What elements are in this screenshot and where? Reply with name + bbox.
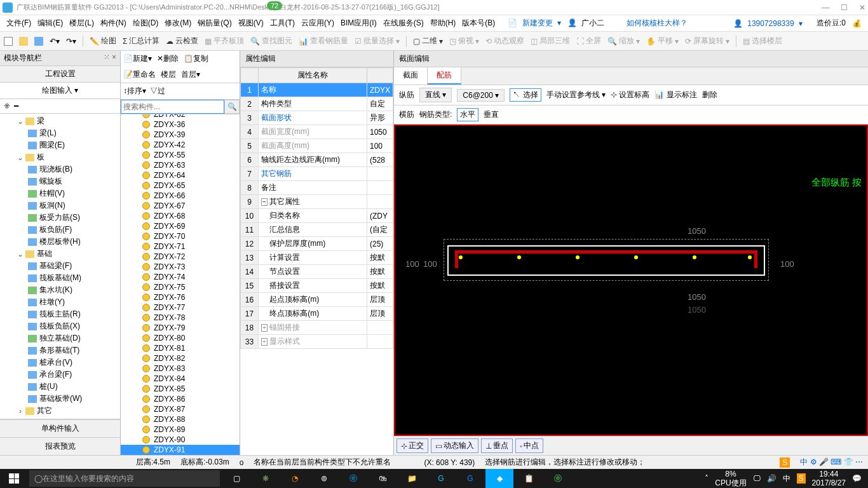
list-item[interactable]: ZDYX-77 [121,302,240,313]
tree-lxb[interactable]: 螺旋板 [0,175,120,187]
prop-row[interactable]: 13 计算设置按默 [241,251,393,265]
list-item[interactable]: ZDYX-39 [121,130,240,140]
menu-floor[interactable]: 楼层(L) [67,17,97,30]
tray-up-icon[interactable]: ˄ [705,474,709,483]
list-item[interactable]: ZDYX-82 [121,353,240,363]
prop-row[interactable]: 15 搭接设置按默 [241,279,393,293]
tree-dljc[interactable]: 独立基础(D) [0,332,120,344]
filter-button[interactable]: ▽过 [150,86,165,97]
prop-row[interactable]: 8备注 [241,181,393,195]
tb-full[interactable]: ⛶ 全屏 [576,36,601,46]
set-elev[interactable]: ⊹ 设置标高 [611,90,649,100]
tree-zd[interactable]: 柱墩(Y) [0,296,120,308]
tb-view-rebar[interactable]: 📊 查看钢筋量 [299,36,348,46]
expand-icon[interactable]: ⁜ [4,102,10,111]
app-edge[interactable]: ⓔ [339,469,367,488]
minimize-button[interactable]: — [822,3,829,12]
menu-draw[interactable]: 绘图(D) [130,17,161,30]
list-item[interactable]: ZDYX-86 [121,394,240,404]
menu-help[interactable]: 帮助(H) [428,17,459,30]
list-item[interactable]: ZDYX-55 [121,150,240,160]
tb-zoom[interactable]: 🔍 缩放 ▾ [607,36,640,46]
new-icon[interactable] [4,37,13,46]
tb-flat[interactable]: ▦ 平齐板顶 [205,36,244,46]
single-input-button[interactable]: 单构件输入 [0,419,120,437]
tb-sum[interactable]: Σ 汇总计算 [123,36,159,46]
prop-row[interactable]: 3截面形状异形 [241,111,393,125]
prop-row[interactable]: 9− 其它属性 [241,195,393,209]
tree-fbzj[interactable]: 筏板主筋(R) [0,308,120,320]
app-8[interactable]: 📋 [515,469,543,488]
section-canvas[interactable]: 全部纵筋 按 1050 1050 1050 100 100 100 [394,125,868,436]
app-5[interactable]: G [427,469,455,488]
select-button[interactable]: ↖ 选择 [510,88,541,102]
tree-fbjc[interactable]: 筏板基础(M) [0,272,120,284]
menu-guangxiao[interactable]: 👤 广小二 [565,17,609,30]
tb-cloud[interactable]: ☁ 云检查 [166,36,198,46]
tree-cty[interactable]: 承台梁(F) [0,369,120,381]
del-rebar[interactable]: 删除 [702,90,717,100]
save-icon[interactable] [34,37,43,46]
menu-view[interactable]: 视图(V) [236,17,266,30]
ortho-button[interactable]: ⊹ 正交 [397,438,428,453]
tree-liang-l[interactable]: 梁(L) [0,127,120,139]
task-view-icon[interactable]: ▢ [222,469,250,488]
redo-icon[interactable]: ↷▾ [66,37,76,46]
tree-ban[interactable]: ⌄板 [0,151,120,163]
tray-sogou[interactable]: S [797,473,806,484]
prop-row[interactable]: 7其它钢筋 [241,167,393,181]
maximize-button[interactable]: ☐ [841,3,848,12]
tree-quan[interactable]: 圈梁(E) [0,139,120,151]
dyninput-button[interactable]: ▭ 动态输入 [431,438,478,453]
tree-bd[interactable]: 板洞(N) [0,200,120,212]
rename-button[interactable]: 📝重命名 [123,69,156,80]
prop-row[interactable]: 1名称ZDYX [241,83,393,97]
tree-lcbd[interactable]: 楼层板带(H) [0,236,120,248]
tree-zm[interactable]: 柱帽(V) [0,187,120,200]
nav-tab-draw[interactable]: 绘图输入 ▾ [0,83,120,99]
list-item[interactable]: ZDYX-89 [121,424,240,435]
start-button[interactable] [0,469,28,488]
tb-local3d[interactable]: ◫ 局部三维 [531,36,570,46]
menu-howto[interactable]: 如何核核柱大样？ [624,17,690,30]
list-item[interactable]: ZDYX-66 [121,191,240,201]
app-store[interactable]: 🛍 [369,469,397,488]
list-item[interactable]: ZDYX-62 [121,114,240,119]
app-3[interactable]: ⊚ [310,469,338,488]
search-input[interactable] [121,100,224,114]
tray-notif-icon[interactable]: 💬 [852,474,862,483]
prop-row[interactable]: 33+ 显示样式 [241,335,393,349]
menu-online[interactable]: 在线服务(S) [381,17,426,30]
list-item[interactable]: ZDYX-42 [121,140,240,150]
list-item[interactable]: ZDYX-64 [121,170,240,180]
menu-component[interactable]: 构件(N) [98,17,129,30]
list-item[interactable]: ZDYX-65 [121,180,240,191]
tree-jcl[interactable]: 基础梁(F) [0,260,120,272]
tb-batch[interactable]: ☑ 批量选择 ▾ [355,36,400,46]
prop-row[interactable]: 10 归类名称(ZDY [241,209,393,223]
list-item[interactable]: ZDYX-63 [121,160,240,170]
list-item[interactable]: ZDYX-88 [121,414,240,424]
menu-cloud[interactable]: 云应用(Y) [299,17,337,30]
nav-pin-icon[interactable]: ⁙ × [104,53,116,64]
report-preview-button[interactable]: 报表预览 [0,437,120,455]
tree-liang[interactable]: ⌄梁 [0,115,120,127]
menu-bim[interactable]: BIM应用(I) [338,17,379,30]
list-item[interactable]: ZDYX-78 [121,313,240,323]
list-item[interactable]: ZDYX-81 [121,343,240,353]
list-item[interactable]: ZDYX-83 [121,363,240,374]
app-7[interactable]: ◆ [485,469,513,488]
tree-zct[interactable]: 桩承台(V) [0,356,120,369]
tree-xjb[interactable]: 现浇板(B) [0,163,120,175]
prop-row[interactable]: 6轴线距左边线距离(mm)(528 [241,153,393,167]
ref-line[interactable]: 手动设置参考线 ▾ [546,90,606,100]
tab-section[interactable]: 截面 [394,67,428,85]
list-item[interactable]: ZDYX-87 [121,404,240,414]
prop-row[interactable]: 12 保护层厚度(mm)(25) [241,237,393,251]
open-icon[interactable] [19,37,28,46]
prop-row[interactable]: 2构件类型自定 [241,97,393,111]
list-item[interactable]: ZDYX-68 [121,211,240,221]
menu-newchange[interactable]: 📄 新建变更 ▾ [505,17,564,30]
tb-find[interactable]: 🔍 查找图元 [250,36,292,46]
spec-input[interactable]: C6@200 ▾ [457,89,505,102]
